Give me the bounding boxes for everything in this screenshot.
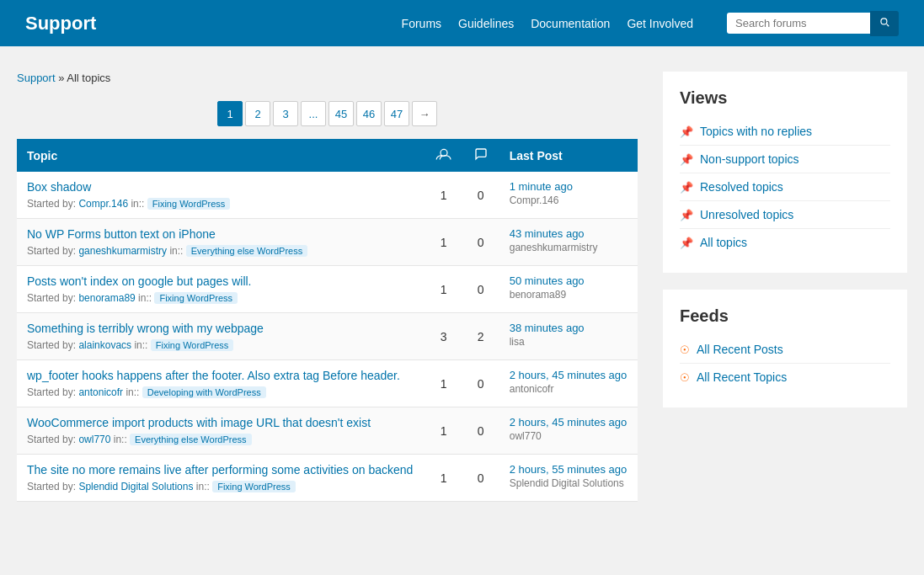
- topic-title-link[interactable]: No WP Forms button text on iPhone: [27, 227, 415, 241]
- table-row: wp_footer hooks happens after the footer…: [17, 360, 638, 407]
- topic-cell: No WP Forms button text on iPhone Starte…: [17, 219, 425, 266]
- last-post-time-link[interactable]: 43 minutes ago: [510, 227, 628, 240]
- replies-cell: 0: [462, 219, 499, 266]
- last-post-author: lisa: [510, 336, 525, 348]
- topic-cell: Posts won't index on google but pages wi…: [17, 266, 425, 313]
- topic-title-link[interactable]: wp_footer hooks happens after the footer…: [27, 369, 415, 382]
- pin-icon-1: 📌: [680, 125, 693, 138]
- site-title: Support: [25, 13, 96, 35]
- view-no-replies-link[interactable]: Topics with no replies: [700, 125, 812, 138]
- breadcrumb-parent[interactable]: Support: [17, 72, 56, 84]
- nav-get-involved[interactable]: Get Involved: [627, 17, 693, 30]
- table-row: Box shadow Started by: Compr.146 in:: Fi…: [17, 172, 638, 219]
- last-post-cell: 2 hours, 55 minutes ago Splendid Digital…: [499, 455, 638, 502]
- topic-meta: Started by: alainkovacs in:: Fixing Word…: [27, 339, 233, 351]
- feed-recent-topics-link[interactable]: All Recent Topics: [697, 370, 787, 384]
- topic-author-link[interactable]: Splendid Digital Solutions: [78, 481, 193, 492]
- replies-icon: [473, 147, 489, 161]
- last-post-time-link[interactable]: 1 minute ago: [510, 180, 628, 193]
- topic-cell: The site no more remains live after perf…: [17, 455, 425, 502]
- view-resolved: 📌 Resolved topics: [680, 173, 890, 201]
- search-form: [727, 11, 899, 36]
- topic-meta: Started by: Splendid Digital Solutions i…: [27, 481, 296, 492]
- topic-forum-link[interactable]: Everything else WordPress: [130, 434, 251, 445]
- topic-meta: Started by: owl770 in:: Everything else …: [27, 434, 252, 445]
- topic-cell: Box shadow Started by: Compr.146 in:: Fi…: [17, 172, 425, 219]
- next-page-button[interactable]: →: [412, 101, 437, 126]
- page-46-button[interactable]: 46: [356, 101, 382, 126]
- content-area: Support » All topics 1 2 3 ... 45 46 47 …: [17, 72, 638, 502]
- topic-forum-link[interactable]: Developing with WordPress: [142, 386, 266, 398]
- page-3-button[interactable]: 3: [273, 101, 298, 126]
- topic-title-link[interactable]: WooCommerce import products with image U…: [27, 416, 415, 429]
- pagination: 1 2 3 ... 45 46 47 →: [17, 101, 638, 126]
- topic-forum-link[interactable]: Fixing WordPress: [154, 292, 238, 304]
- topic-author-link[interactable]: alainkovacs: [78, 339, 131, 351]
- topic-forum-link[interactable]: Fixing WordPress: [212, 481, 296, 492]
- page-45-button[interactable]: 45: [328, 101, 354, 126]
- main-nav: Forums Guidelines Documentation Get Invo…: [402, 11, 899, 36]
- table-row: Something is terribly wrong with my webp…: [17, 313, 638, 360]
- nav-forums[interactable]: Forums: [402, 17, 441, 30]
- voices-cell: 1: [425, 455, 462, 502]
- topic-author-link[interactable]: Compr.146: [78, 198, 128, 210]
- header: Support Forums Guidelines Documentation …: [0, 0, 924, 46]
- topic-meta: Started by: antonicofr in:: Developing w…: [27, 386, 266, 398]
- topic-title-link[interactable]: Box shadow: [27, 180, 415, 194]
- breadcrumb-separator: »: [56, 72, 67, 84]
- replies-cell: 0: [462, 407, 499, 455]
- topic-forum-link[interactable]: Fixing WordPress: [151, 339, 234, 351]
- feed-recent-posts-link[interactable]: All Recent Posts: [697, 343, 783, 356]
- last-post-author: owl770: [510, 430, 542, 442]
- pin-icon-2: 📌: [680, 153, 693, 166]
- col-voices: [425, 139, 462, 172]
- pin-icon-3: 📌: [680, 181, 693, 194]
- topic-meta: Started by: Compr.146 in:: Fixing WordPr…: [27, 198, 230, 210]
- last-post-time-link[interactable]: 2 hours, 45 minutes ago: [510, 369, 628, 381]
- table-row: Posts won't index on google but pages wi…: [17, 266, 638, 313]
- page-47-button[interactable]: 47: [384, 101, 409, 126]
- page-1-button[interactable]: 1: [217, 101, 243, 126]
- last-post-author: antonicofr: [510, 383, 554, 395]
- last-post-cell: 43 minutes ago ganeshkumarmistry: [499, 219, 638, 266]
- view-resolved-link[interactable]: Resolved topics: [700, 180, 783, 194]
- nav-documentation[interactable]: Documentation: [531, 17, 610, 30]
- page-2-button[interactable]: 2: [245, 101, 270, 126]
- search-input[interactable]: [727, 13, 870, 34]
- feed-recent-posts: ☉ All Recent Posts: [680, 336, 890, 364]
- voices-cell: 1: [425, 172, 462, 219]
- last-post-time-link[interactable]: 38 minutes ago: [510, 322, 628, 334]
- topic-title-link[interactable]: The site no more remains live after perf…: [27, 463, 415, 477]
- topic-cell: WooCommerce import products with image U…: [17, 407, 425, 455]
- search-button[interactable]: [870, 11, 899, 36]
- topic-author-link[interactable]: antonicofr: [78, 386, 123, 398]
- last-post-author: ganeshkumarmistry: [510, 242, 598, 253]
- nav-guidelines[interactable]: Guidelines: [458, 17, 514, 30]
- last-post-author: benorama89: [510, 289, 566, 301]
- topics-table: Topic Last Post Box shadow Started by: C…: [17, 139, 638, 502]
- topic-forum-link[interactable]: Everything else WordPress: [186, 245, 307, 257]
- last-post-time-link[interactable]: 2 hours, 55 minutes ago: [510, 463, 628, 476]
- feed-recent-topics: ☉ All Recent Topics: [680, 364, 890, 391]
- table-row: WooCommerce import products with image U…: [17, 407, 638, 455]
- last-post-author: Splendid Digital Solutions: [510, 477, 624, 489]
- replies-cell: 0: [462, 360, 499, 407]
- voices-cell: 1: [425, 219, 462, 266]
- last-post-cell: 1 minute ago Compr.146: [499, 172, 638, 219]
- sidebar: Views 📌 Topics with no replies 📌 Non-sup…: [663, 72, 907, 502]
- view-all-topics-link[interactable]: All topics: [700, 236, 747, 249]
- view-unresolved-link[interactable]: Unresolved topics: [700, 208, 793, 221]
- voices-cell: 3: [425, 313, 462, 360]
- col-replies: [462, 139, 499, 172]
- breadcrumb: Support » All topics: [17, 72, 638, 84]
- topic-title-link[interactable]: Posts won't index on google but pages wi…: [27, 274, 415, 288]
- topic-title-link[interactable]: Something is terribly wrong with my webp…: [27, 322, 415, 335]
- last-post-time-link[interactable]: 2 hours, 45 minutes ago: [510, 416, 628, 429]
- table-header-row: Topic Last Post: [17, 139, 638, 172]
- topic-author-link[interactable]: ganeshkumarmistry: [78, 245, 167, 257]
- topic-forum-link[interactable]: Fixing WordPress: [147, 198, 231, 210]
- topic-author-link[interactable]: benorama89: [78, 292, 135, 304]
- topic-author-link[interactable]: owl770: [78, 434, 110, 445]
- last-post-time-link[interactable]: 50 minutes ago: [510, 274, 628, 287]
- view-non-support-link[interactable]: Non-support topics: [700, 152, 799, 166]
